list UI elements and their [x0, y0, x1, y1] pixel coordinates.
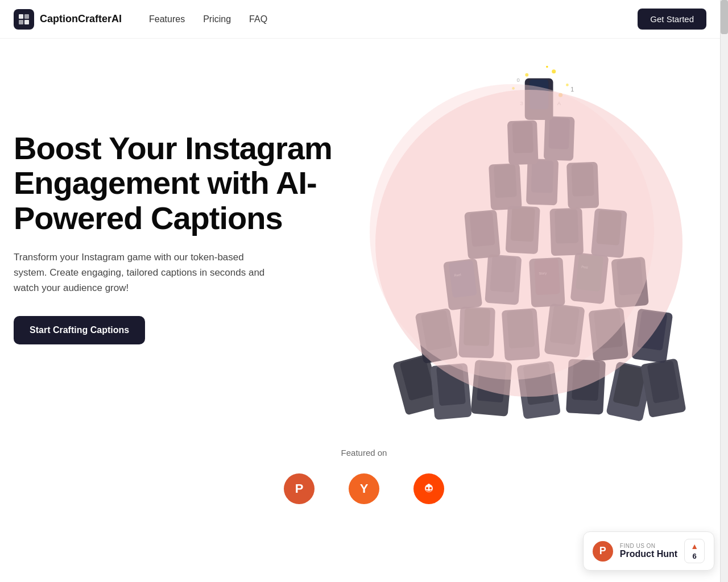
scrollbar[interactable]	[720, 0, 728, 582]
reddit-icon[interactable]	[413, 473, 444, 504]
product-hunt-icon[interactable]: P	[284, 473, 315, 504]
upvote-arrow-icon: ▲	[690, 542, 698, 551]
hero-section: Boost Your Instagram Engagement with AI-…	[0, 39, 728, 425]
nav-features[interactable]: Features	[149, 14, 185, 24]
upvote-count: 6	[692, 552, 696, 560]
ph-upvote-button[interactable]: ▲ 6	[684, 539, 705, 563]
navbar: CaptionCrafterAI Features Pricing FAQ Ge…	[0, 0, 720, 39]
nav-faq[interactable]: FAQ	[249, 14, 267, 24]
svg-rect-3	[24, 20, 29, 24]
logo-icon	[14, 9, 34, 30]
svg-point-5	[370, 84, 654, 380]
nav-logo[interactable]: CaptionCrafterAI	[14, 9, 122, 30]
nav-links: Features Pricing FAQ	[149, 14, 267, 24]
hero-image: 1 0 A 3	[364, 61, 717, 425]
ph-badge-icon: P	[593, 541, 613, 562]
product-hunt-badge[interactable]: P FIND US ON Product Hunt ▲ 6	[583, 531, 714, 571]
background-blob	[364, 67, 694, 408]
start-crafting-button[interactable]: Start Crafting Captions	[14, 316, 145, 344]
ph-find-text: FIND US ON	[620, 543, 677, 549]
featured-icons-container: P Y	[0, 473, 728, 504]
ph-badge-name: Product Hunt	[620, 549, 677, 559]
nav-pricing[interactable]: Pricing	[203, 14, 231, 24]
svg-point-84	[429, 487, 432, 489]
svg-point-83	[426, 487, 428, 489]
svg-rect-0	[19, 14, 23, 19]
hero-title: Boost Your Instagram Engagement with AI-…	[14, 131, 332, 236]
ycombinator-icon[interactable]: Y	[349, 473, 379, 504]
ph-badge-text: FIND US ON Product Hunt	[620, 543, 677, 559]
get-started-button[interactable]: Get Started	[638, 9, 706, 30]
logo-text: CaptionCrafterAI	[40, 13, 122, 25]
svg-rect-2	[19, 20, 23, 24]
scrollbar-thumb[interactable]	[721, 0, 728, 34]
hero-subtitle: Transform your Instagram game with our t…	[14, 250, 275, 296]
svg-rect-1	[24, 14, 29, 19]
featured-label: Featured on	[0, 448, 728, 458]
hero-content: Boost Your Instagram Engagement with AI-…	[14, 131, 332, 344]
